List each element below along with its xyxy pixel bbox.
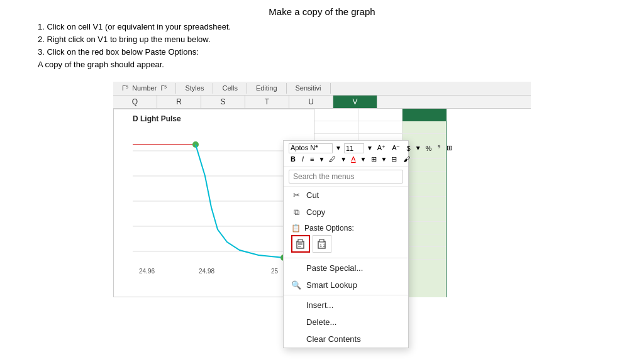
- menu-item-copy-label: Copy: [306, 207, 325, 217]
- col-header-s[interactable]: S: [201, 96, 245, 108]
- format-button[interactable]: 🖌: [401, 155, 412, 163]
- font-name-input[interactable]: [289, 143, 333, 153]
- paste-icon-button-2[interactable]: 1 2: [313, 235, 331, 253]
- cell-v1[interactable]: [402, 109, 446, 121]
- menu-item-smart-lookup-label: Smart Lookup: [306, 280, 357, 290]
- ribbon-label-sensitivi: Sensitivi: [296, 84, 321, 92]
- paste-options-section: 📋 Paste Options:: [284, 221, 408, 256]
- col-header-q[interactable]: Q: [113, 96, 157, 108]
- svg-text:25: 25: [271, 268, 279, 275]
- svg-text:1 2: 1 2: [319, 243, 326, 248]
- instructions-section: Make a copy of the graph 1. Click on cel…: [0, 0, 644, 75]
- ribbon-group-cells: Cells: [213, 83, 247, 94]
- font-color-button[interactable]: A: [349, 155, 357, 163]
- cell-v11[interactable]: [402, 234, 446, 247]
- percent-button[interactable]: %: [424, 144, 434, 153]
- column-headers: Q R S T U V: [113, 96, 531, 109]
- cell-t1[interactable]: [314, 109, 358, 121]
- svg-rect-12: [298, 239, 303, 242]
- dollar-format-button[interactable]: $: [405, 144, 413, 153]
- ribbon-bar: Γ⁵ Number Γ⁵ Styles Cells Editing Sensit…: [113, 82, 531, 96]
- comma-button[interactable]: ⁹: [436, 143, 442, 153]
- table-button[interactable]: ⊞: [445, 143, 454, 153]
- menu-item-paste-special-label: Paste Special...: [306, 263, 363, 273]
- search-input[interactable]: [289, 170, 403, 184]
- chart-title: D Light Pulse: [133, 114, 309, 123]
- paste-options-icon: 📋: [291, 224, 301, 233]
- col-header-t[interactable]: T: [245, 96, 289, 108]
- cell-u1[interactable]: [358, 109, 402, 121]
- context-menu: ▼ ▼ A⁺ A⁻ $ ▼ % ⁹ ⊞ B I ≡ ▼ 🖊: [283, 140, 409, 348]
- cell-v9[interactable]: [402, 209, 446, 222]
- paste-icons-row: 1 2: [291, 235, 401, 253]
- grid-col-v: [402, 109, 447, 297]
- ribbon-label-number: Γ⁵ Number Γ⁵: [122, 84, 167, 92]
- col-header-v[interactable]: V: [333, 96, 377, 108]
- menu-item-copy[interactable]: ⧉ Copy: [284, 204, 408, 221]
- paste-special-icon: 1 2: [316, 238, 328, 250]
- ribbon-group-sensitivi: Sensitivi: [287, 83, 331, 94]
- mini-toolbar: ▼ ▼ A⁺ A⁻ $ ▼ % ⁹ ⊞ B I ≡ ▼ 🖊: [284, 141, 408, 167]
- paste-icon-button-1[interactable]: [291, 235, 310, 253]
- cell-v10[interactable]: [402, 222, 446, 234]
- align-button[interactable]: ≡: [308, 155, 316, 163]
- cell-v7[interactable]: [402, 184, 446, 197]
- paste-options-label: 📋 Paste Options:: [291, 224, 401, 233]
- page-title: Make a copy of the graph: [38, 6, 606, 17]
- svg-rect-17: [319, 239, 324, 242]
- ribbon-group-editing: Editing: [247, 83, 287, 94]
- cut-icon: ✂: [291, 190, 301, 200]
- borders-button[interactable]: ⊞: [369, 155, 379, 164]
- svg-text:24.98: 24.98: [199, 268, 214, 275]
- borders-arrow: ▼: [381, 156, 387, 163]
- mini-toolbar-row2: B I ≡ ▼ 🖊 ▼ A ▼ ⊞ ▼ ⊟ 🖌: [289, 155, 403, 164]
- align-arrow: ▼: [318, 156, 325, 163]
- mini-toolbar-row1: ▼ ▼ A⁺ A⁻ $ ▼ % ⁹ ⊞: [289, 143, 403, 153]
- spreadsheet-area: Γ⁵ Number Γ⁵ Styles Cells Editing Sensit…: [113, 82, 531, 297]
- menu-item-insert[interactable]: Insert...: [284, 297, 408, 314]
- chart-svg: 24.96 24.98 25: [133, 126, 303, 277]
- menu-item-delete-label: Delete...: [306, 317, 336, 327]
- menu-separator-1: [284, 258, 408, 258]
- fill-arrow: ▼: [340, 156, 347, 163]
- fill-color-button[interactable]: 🖊: [327, 155, 338, 163]
- cell-v2[interactable]: [402, 121, 446, 134]
- font-color-arrow: ▼: [360, 156, 367, 163]
- font-size-dropdown-arrow2: ▼: [367, 145, 373, 151]
- menu-item-insert-label: Insert...: [306, 300, 333, 310]
- cell-v6[interactable]: [402, 172, 446, 184]
- cell-t2[interactable]: [314, 121, 358, 134]
- col-header-u[interactable]: U: [289, 96, 333, 108]
- cell-v8[interactable]: [402, 197, 446, 209]
- ribbon-group-number: Γ⁵ Number Γ⁵: [113, 83, 176, 94]
- font-size-dropdown-arrow: ▼: [335, 145, 341, 151]
- menu-item-paste-special[interactable]: Paste Special...: [284, 260, 408, 277]
- dollar-arrow: ▼: [415, 145, 421, 151]
- menu-item-clear-contents-label: Clear Contents: [306, 334, 361, 344]
- ribbon-group-styles: Styles: [176, 83, 213, 94]
- paste-clipboard-icon: [295, 238, 306, 250]
- svg-text:24.96: 24.96: [139, 268, 155, 275]
- spreadsheet-body: D Light Pulse 24.96 24.98 25: [113, 109, 531, 297]
- font-size-input[interactable]: [344, 143, 364, 153]
- font-shrink-button[interactable]: A⁻: [390, 143, 402, 153]
- ribbon-label-editing: Editing: [256, 84, 277, 92]
- cell-u2[interactable]: [358, 121, 402, 134]
- menu-item-smart-lookup[interactable]: 🔍 Smart Lookup: [284, 277, 408, 293]
- bold-button[interactable]: B: [289, 155, 297, 163]
- cell-v12[interactable]: [402, 247, 446, 260]
- menu-item-delete[interactable]: Delete...: [284, 314, 408, 331]
- instruction-lines: 1. Click on cell V1 (or equivalent in yo…: [38, 21, 606, 72]
- merge-button[interactable]: ⊟: [389, 155, 399, 164]
- col-header-r[interactable]: R: [157, 96, 201, 108]
- copy-icon: ⧉: [291, 207, 301, 217]
- menu-item-cut[interactable]: ✂ Cut: [284, 187, 408, 204]
- italic-button[interactable]: I: [300, 155, 306, 163]
- menu-item-clear-contents[interactable]: Clear Contents: [284, 331, 408, 348]
- search-box: [284, 167, 408, 187]
- menu-separator-2: [284, 295, 408, 295]
- font-grow-button[interactable]: A⁺: [375, 143, 387, 153]
- paste-options-text: Paste Options:: [304, 224, 354, 233]
- ribbon-label-styles: Styles: [185, 84, 204, 92]
- ribbon-label-cells: Cells: [222, 84, 237, 92]
